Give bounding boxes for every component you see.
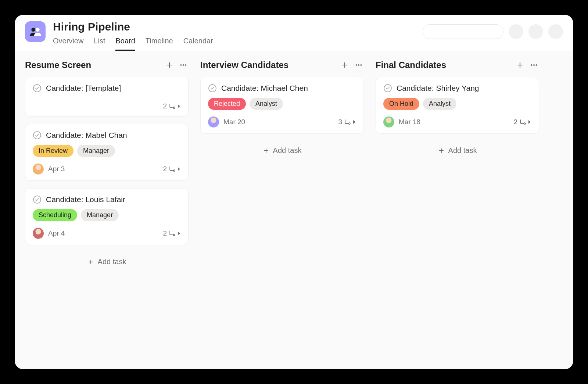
- subtask-count: 2: [513, 118, 517, 126]
- header-main: Hiring Pipeline OverviewListBoardTimelin…: [53, 20, 415, 51]
- plus-icon: [341, 61, 349, 69]
- add-task-button[interactable]: Add task: [200, 141, 364, 157]
- card-title: Candidate: Louis Lafair: [46, 195, 125, 204]
- plus-icon: [516, 61, 524, 69]
- due-date[interactable]: Mar 20: [223, 118, 245, 126]
- card-title: Candidate: Michael Chen: [221, 84, 308, 93]
- tab-timeline[interactable]: Timeline: [146, 37, 173, 51]
- subtask-count: 3: [338, 118, 342, 126]
- complete-toggle[interactable]: [33, 131, 42, 140]
- header: Hiring Pipeline OverviewListBoardTimelin…: [15, 15, 573, 51]
- header-action-1[interactable]: [509, 24, 523, 39]
- tag-pill[interactable]: Analyst: [423, 98, 456, 110]
- card-footer: Apr 42: [33, 228, 181, 239]
- subtask-icon: [519, 118, 526, 126]
- column-add-button[interactable]: [340, 60, 350, 70]
- check-icon: [33, 131, 42, 140]
- complete-toggle[interactable]: [208, 84, 217, 93]
- caret-right-icon: [352, 119, 356, 125]
- card-title-row: Candidate: Louis Lafair: [33, 195, 181, 204]
- project-icon[interactable]: [25, 21, 46, 42]
- tag-pill[interactable]: In Review: [33, 145, 74, 157]
- subtask-indicator[interactable]: 2: [163, 102, 181, 110]
- task-card[interactable]: Candidate: Mabel ChanIn ReviewManagerApr…: [25, 124, 189, 181]
- card-title: Candidate: [Template]: [46, 84, 121, 93]
- task-card[interactable]: Candidate: Louis LafairSchedulingManager…: [25, 188, 189, 245]
- subtask-indicator[interactable]: 3: [338, 118, 356, 126]
- card-tags: SchedulingManager: [33, 209, 181, 221]
- column-menu-button[interactable]: [529, 60, 539, 70]
- column-add-button[interactable]: [164, 60, 175, 70]
- caret-right-icon: [528, 119, 531, 125]
- tab-overview[interactable]: Overview: [53, 37, 83, 51]
- card-footer: 2: [33, 102, 181, 110]
- tag-pill[interactable]: Scheduling: [33, 209, 77, 221]
- column-add-button[interactable]: [515, 60, 525, 70]
- column-header: Final Candidates: [376, 60, 539, 70]
- tag-pill[interactable]: Analyst: [250, 98, 283, 110]
- complete-toggle[interactable]: [383, 84, 392, 93]
- card-footer: Mar 182: [383, 116, 531, 128]
- assignee-avatar[interactable]: [33, 228, 44, 239]
- complete-toggle[interactable]: [33, 195, 42, 204]
- svg-point-1: [36, 28, 40, 32]
- tag-pill[interactable]: On Hold: [383, 98, 419, 110]
- subtask-indicator[interactable]: 2: [163, 229, 181, 237]
- add-task-button[interactable]: Add task: [25, 252, 189, 268]
- due-date[interactable]: Apr 3: [48, 165, 65, 173]
- assignee-avatar[interactable]: [208, 116, 219, 128]
- tag-pill[interactable]: Manager: [77, 145, 115, 157]
- subtask-indicator[interactable]: 2: [513, 118, 531, 126]
- tag-pill[interactable]: Manager: [81, 209, 119, 221]
- card-title: Candidate: Mabel Chan: [46, 131, 127, 140]
- add-task-label: Add task: [98, 258, 126, 266]
- tab-calendar[interactable]: Calendar: [183, 37, 213, 51]
- subtask-icon: [344, 118, 351, 126]
- plus-icon: [165, 61, 173, 69]
- app-frame: Hiring Pipeline OverviewListBoardTimelin…: [15, 15, 573, 369]
- due-date[interactable]: Mar 18: [399, 118, 420, 126]
- subtask-indicator[interactable]: 2: [163, 165, 181, 173]
- add-task-label: Add task: [448, 146, 477, 155]
- subtask-count: 2: [163, 229, 167, 237]
- due-date[interactable]: Apr 4: [48, 229, 65, 237]
- column-header: Resume Screen: [25, 60, 189, 70]
- tab-list[interactable]: List: [94, 37, 105, 51]
- caret-right-icon: [177, 231, 181, 236]
- card-title-row: Candidate: Shirley Yang: [383, 84, 531, 93]
- assignee-avatar[interactable]: [33, 164, 44, 175]
- add-task-label: Add task: [273, 146, 302, 155]
- column-menu-button[interactable]: [354, 60, 364, 70]
- plus-icon: [438, 147, 445, 154]
- header-action-2[interactable]: [528, 24, 543, 39]
- task-card[interactable]: Candidate: [Template]2: [25, 77, 189, 116]
- plus-icon: [87, 259, 94, 265]
- tab-board[interactable]: Board: [115, 37, 135, 51]
- add-task-button[interactable]: Add task: [376, 141, 539, 157]
- more-icon: [355, 61, 363, 69]
- search-input[interactable]: [423, 24, 503, 39]
- task-card[interactable]: Candidate: Shirley YangOn HoldAnalystMar…: [376, 77, 539, 134]
- column: Final CandidatesCandidate: Shirley YangO…: [376, 60, 539, 157]
- card-tags: RejectedAnalyst: [208, 98, 356, 110]
- card-tags: On HoldAnalyst: [383, 98, 531, 110]
- card-tags: In ReviewManager: [33, 145, 181, 157]
- svg-point-0: [31, 28, 35, 32]
- caret-right-icon: [177, 166, 181, 172]
- caret-right-icon: [177, 104, 181, 109]
- card-title-row: Candidate: [Template]: [33, 84, 181, 93]
- tag-pill[interactable]: Rejected: [208, 98, 246, 110]
- assignee-avatar[interactable]: [383, 116, 394, 128]
- column-title: Final Candidates: [376, 60, 511, 70]
- column-title: Interview Candidates: [200, 60, 336, 70]
- task-card[interactable]: Candidate: Michael ChenRejectedAnalystMa…: [200, 77, 364, 134]
- complete-toggle[interactable]: [33, 84, 42, 93]
- plus-icon: [263, 147, 269, 154]
- subtask-icon: [168, 165, 176, 173]
- check-icon: [33, 195, 42, 204]
- card-footer: Mar 203: [208, 116, 356, 128]
- subtask-count: 2: [163, 102, 167, 110]
- header-action-3[interactable]: [548, 24, 563, 39]
- column-menu-button[interactable]: [178, 60, 189, 70]
- subtask-icon: [168, 103, 176, 110]
